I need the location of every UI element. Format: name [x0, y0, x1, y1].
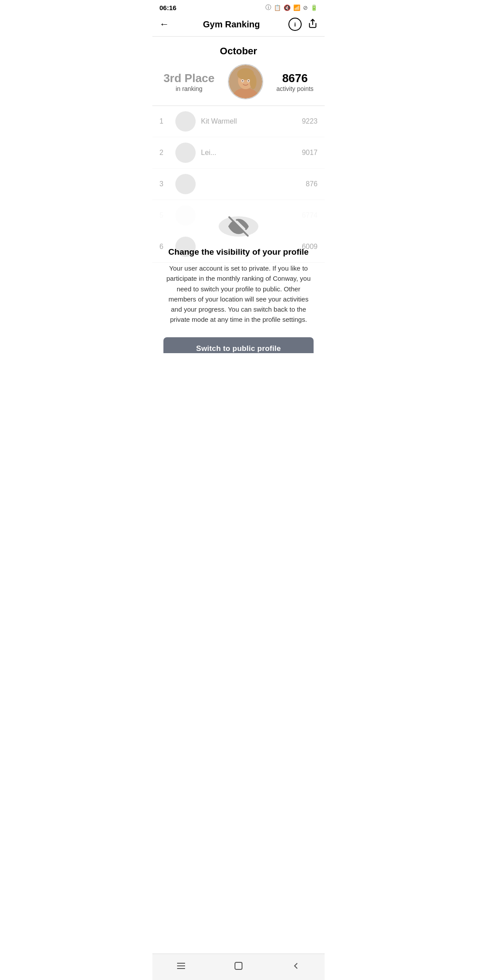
info-button[interactable]: i: [288, 18, 302, 31]
page-title: Gym Ranking: [174, 19, 288, 30]
modal-body: Your user account is set to private. If …: [163, 263, 314, 325]
rank-info: 3rd Place in ranking: [163, 72, 215, 92]
battery-icon: 🔋: [310, 4, 318, 11]
points-info: 8676 activity points: [276, 72, 314, 92]
info-status-icon: ⓘ: [265, 4, 271, 11]
hidden-icon-circle: [219, 216, 258, 237]
back-button[interactable]: ←: [159, 19, 169, 30]
table-row: 1 Kit Warmell 9223: [152, 106, 325, 137]
modal-title: Change the visibility of your profile: [168, 247, 309, 257]
switch-to-public-button[interactable]: Switch to public profile: [163, 337, 314, 354]
eye-off-icon: [228, 216, 249, 237]
visibility-modal: Change the visibility of your profile Yo…: [152, 203, 325, 236]
avatar: [228, 64, 263, 99]
month-title: October: [152, 45, 325, 57]
rank-name: Lei...: [201, 149, 302, 157]
header-actions: i: [288, 18, 318, 31]
points-label: activity points: [276, 85, 314, 92]
rank-points: 876: [306, 180, 318, 188]
share-button[interactable]: [308, 19, 318, 30]
rank-label: in ranking: [163, 85, 215, 92]
block-icon: ⊘: [303, 4, 308, 11]
points-number: 8676: [276, 72, 314, 85]
rank-name: Kit Warmell: [201, 117, 302, 125]
rank-position: 1: [159, 117, 170, 125]
svg-rect-11: [229, 65, 262, 98]
rank-avatar: [175, 174, 196, 194]
table-row: 3 876: [152, 169, 325, 200]
rank-points: 9223: [302, 117, 318, 125]
rank-avatar: [175, 143, 196, 163]
status-icons: ⓘ 📋 🔇 📶 ⊘ 🔋: [265, 4, 318, 11]
rank-row: 3rd Place in ranking: [152, 64, 325, 99]
table-row: 2 Lei... 9017: [152, 137, 325, 169]
rank-position: 2: [159, 149, 170, 157]
mute-icon: 🔇: [284, 4, 291, 11]
month-section: October 3rd Place in ranking: [152, 37, 325, 106]
rank-position: 3: [159, 180, 170, 188]
status-time: 06:16: [159, 4, 176, 11]
ranking-list: 1 Kit Warmell 9223 2 Lei... 9017 3 876 5…: [152, 106, 325, 263]
rank-number: 3rd Place: [163, 72, 215, 85]
wifi-icon: 📶: [293, 4, 300, 11]
rank-avatar: [175, 111, 196, 132]
header: ← Gym Ranking i: [152, 13, 325, 37]
rank-points: 9017: [302, 149, 318, 157]
status-bar: 06:16 ⓘ 📋 🔇 📶 ⊘ 🔋: [152, 0, 325, 13]
clipboard-icon: 📋: [274, 4, 281, 11]
